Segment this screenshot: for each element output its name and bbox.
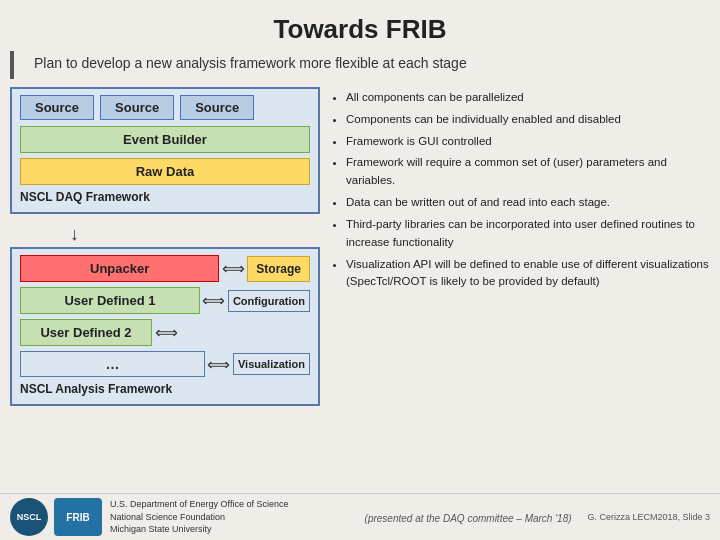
ellipsis-row: … ⟺ Visualization (20, 351, 310, 377)
unpacker-row: Unpacker ⟺ Storage (20, 255, 310, 282)
main-content: Source Source Source Event Builder Raw D… (0, 87, 720, 406)
analysis-label: NSCL Analysis Framework (20, 382, 310, 396)
daq-framework-box: Source Source Source Event Builder Raw D… (10, 87, 320, 214)
source-box-3: Source (180, 95, 254, 120)
footer: NSCL FRIB U.S. Department of Energy Offi… (0, 493, 720, 540)
frib-logo: FRIB (54, 498, 102, 536)
source-box-2: Source (100, 95, 174, 120)
unpacker-box: Unpacker (20, 255, 219, 282)
nscl-logo: NSCL (10, 498, 48, 536)
slide-title: Towards FRIB (0, 0, 720, 51)
event-builder-box: Event Builder (20, 126, 310, 153)
bullet-7: Visualization API will be defined to ena… (346, 256, 710, 292)
right-panel: All components can be parallelized Compo… (330, 87, 710, 406)
raw-data-box: Raw Data (20, 158, 310, 185)
configuration-box: Configuration (228, 290, 310, 312)
dept-line2: National Science Foundation (110, 512, 225, 522)
arrow-right-icon: ⟺ (219, 259, 247, 278)
arrow-right-4-icon: ⟺ (205, 355, 233, 374)
footer-credit: G. Cerizza LECM2018, Slide 3 (587, 512, 710, 522)
dept-line1: U.S. Department of Energy Office of Scie… (110, 499, 288, 509)
bullet-1: All components can be parallelized (346, 89, 710, 107)
presented-text: (presented at the DAQ committee – March … (349, 513, 588, 524)
down-arrow-icon: ↓ (70, 224, 79, 245)
footer-text: U.S. Department of Energy Office of Scie… (110, 498, 349, 536)
daq-label: NSCL DAQ Framework (20, 190, 310, 204)
arrow-right-3-icon: ⟺ (152, 323, 180, 342)
user-defined-1-row: User Defined 1 ⟺ Configuration (20, 287, 310, 314)
sources-row: Source Source Source (20, 95, 310, 120)
source-box-1: Source (20, 95, 94, 120)
arrow-right-2-icon: ⟺ (200, 291, 228, 310)
analysis-framework-box: Unpacker ⟺ Storage User Defined 1 ⟺ Conf… (10, 247, 320, 406)
visualization-box: Visualization (233, 353, 310, 375)
bullet-4: Framework will require a common set of (… (346, 154, 710, 190)
user-defined-2-box: User Defined 2 (20, 319, 152, 346)
ellipsis-box: … (20, 351, 205, 377)
slide: Towards FRIB Plan to develop a new analy… (0, 0, 720, 540)
user-defined-1-box: User Defined 1 (20, 287, 200, 314)
bullet-5: Data can be written out of and read into… (346, 194, 710, 212)
left-panel: Source Source Source Event Builder Raw D… (10, 87, 320, 406)
connector: ↓ (10, 224, 320, 245)
storage-box: Storage (247, 256, 310, 282)
dept-line3: Michigan State University (110, 524, 212, 534)
user-defined-2-row: User Defined 2 ⟺ (20, 319, 310, 346)
footer-logos: NSCL FRIB (10, 498, 102, 536)
slide-subtitle: Plan to develop a new analysis framework… (10, 51, 710, 79)
bullet-3: Framework is GUI controlled (346, 133, 710, 151)
bullet-6: Third-party libraries can be incorporate… (346, 216, 710, 252)
bullet-list: All components can be parallelized Compo… (330, 89, 710, 295)
bullet-2: Components can be individually enabled a… (346, 111, 710, 129)
